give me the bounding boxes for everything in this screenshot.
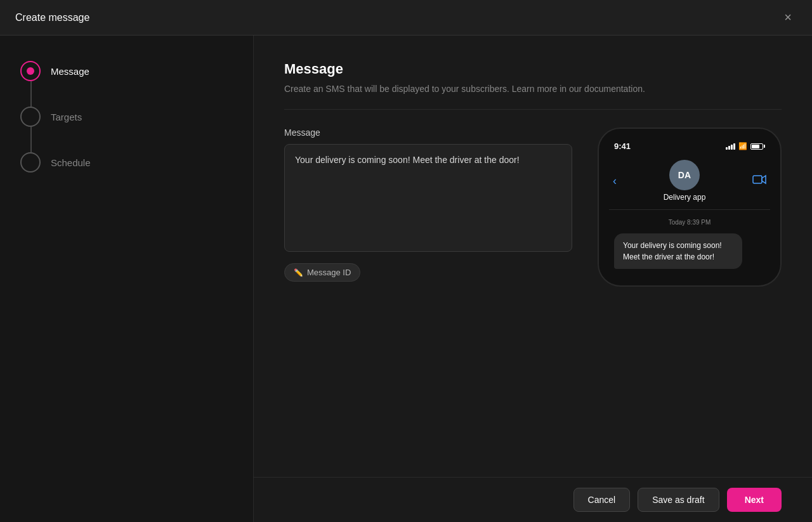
conv-center: DA Delivery app [664,160,706,202]
phone-messages: Today 8:39 PM Your delivery is coming so… [609,210,770,275]
svg-rect-0 [753,176,762,183]
step-connector-1 [30,81,32,107]
content-description: Create an SMS that will be displayed to … [284,84,782,94]
step-label-message: Message [51,66,89,77]
wifi-icon: 📶 [738,142,747,150]
modal-header: Create message × [0,0,812,36]
phone-preview: 9:41 📶 [598,127,782,287]
modal-body: Message Targets Schedule Message Create … [0,36,812,522]
message-textarea[interactable]: Your delivery is coming soon! Meet the d… [284,144,572,252]
message-id-button[interactable]: ✏️ Message ID [284,263,360,282]
step-circle-targets [20,107,41,127]
step-schedule[interactable]: Schedule [20,152,233,173]
content-inner: Message Create an SMS that will be displ… [254,36,812,477]
step-circle-message [20,61,41,81]
step-label-targets: Targets [51,112,82,122]
pen-icon: ✏️ [294,268,303,277]
close-button[interactable]: × [779,9,797,27]
battery-icon [750,143,765,150]
phone-frame: 9:41 📶 [598,127,782,287]
signal-bars-icon [726,143,735,150]
phone-statusbar: 9:41 📶 [609,139,770,157]
step-label-schedule: Schedule [51,157,91,168]
message-form: Message Your delivery is coming soon! Me… [284,127,572,282]
step-message[interactable]: Message [20,61,233,81]
modal-title: Create message [15,12,89,23]
phone-conv-header: ‹ DA Delivery app [609,157,770,210]
phone-icons: 📶 [726,142,765,150]
page-title: Message [284,61,782,77]
content-area: Message Create an SMS that will be displ… [254,36,812,522]
phone-time: 9:41 [614,141,631,151]
divider [284,109,782,110]
avatar: DA [669,160,700,190]
message-layout: Message Your delivery is coming soon! Me… [284,127,782,287]
modal-footer: Cancel Save as draft Next [254,477,812,522]
video-icon [752,174,766,187]
next-button[interactable]: Next [727,488,782,512]
step-connector-2 [30,127,32,152]
field-label: Message [284,127,572,138]
message-timestamp: Today 8:39 PM [614,219,765,226]
message-id-label: Message ID [307,268,351,277]
cancel-button[interactable]: Cancel [573,488,631,512]
conv-name: Delivery app [664,193,706,202]
save-draft-button[interactable]: Save as draft [638,488,719,512]
step-circle-schedule [20,152,41,173]
message-bubble: Your delivery is coming soon! Meet the d… [614,233,742,269]
step-list: Message Targets Schedule [20,61,233,173]
back-arrow-icon: ‹ [613,174,617,188]
step-targets[interactable]: Targets [20,107,233,127]
sidebar: Message Targets Schedule [0,36,254,522]
